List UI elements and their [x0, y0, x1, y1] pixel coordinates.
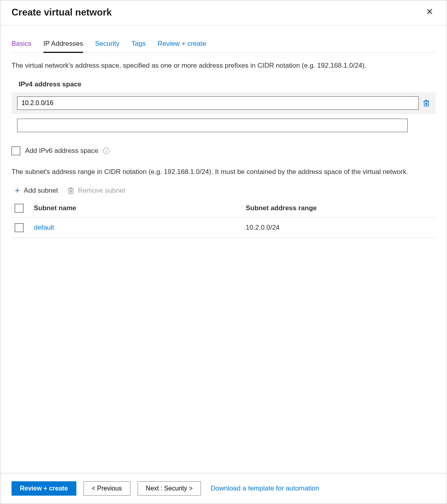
add-subnet-button[interactable]: + Add subnet: [15, 186, 58, 195]
tab-basics[interactable]: Basics: [12, 37, 31, 53]
subnet-toolbar: + Add subnet Remove subnet: [15, 186, 435, 195]
ipv6-checkbox-row: Add IPv6 address space i: [12, 147, 435, 155]
panel-content: Basics IP Addresses Security Tags Review…: [0, 37, 447, 238]
panel-footer: Review + create < Previous Next : Securi…: [0, 473, 447, 504]
previous-button[interactable]: < Previous: [84, 481, 130, 496]
tab-security[interactable]: Security: [95, 37, 119, 53]
table-row: default 10.2.0.0/24: [12, 218, 435, 238]
row-checkbox[interactable]: [15, 223, 23, 232]
address-space-input-0[interactable]: [17, 96, 419, 110]
tab-bar: Basics IP Addresses Security Tags Review…: [12, 37, 435, 53]
next-button[interactable]: Next : Security >: [138, 481, 201, 496]
ipv4-address-space-label: IPv4 address space: [19, 80, 435, 88]
column-subnet-name: Subnet name: [31, 199, 243, 218]
subnet-range-cell: 10.2.0.0/24: [243, 218, 435, 238]
select-all-checkbox[interactable]: [15, 204, 23, 213]
address-space-description: The virtual network's address space, spe…: [12, 61, 435, 71]
remove-subnet-label: Remove subnet: [78, 187, 125, 195]
panel-header: Create virtual network ✕: [0, 0, 447, 25]
review-create-button[interactable]: Review + create: [12, 481, 76, 496]
plus-icon: +: [15, 186, 20, 195]
address-space-input-1[interactable]: [17, 119, 408, 132]
page-title: Create virtual network: [12, 7, 112, 18]
address-space-row: [16, 96, 431, 110]
subnet-table: Subnet name Subnet address range default…: [12, 199, 435, 238]
tab-ip-addresses[interactable]: IP Addresses: [43, 37, 83, 53]
info-icon[interactable]: i: [103, 148, 109, 154]
download-template-link[interactable]: Download a template for automation: [210, 484, 319, 492]
close-icon[interactable]: ✕: [424, 7, 435, 17]
remove-subnet-button: Remove subnet: [68, 187, 125, 195]
address-space-block: [12, 92, 435, 114]
trash-icon: [68, 187, 74, 194]
subnet-name-link[interactable]: default: [34, 224, 54, 231]
tab-review-create[interactable]: Review + create: [157, 37, 206, 53]
ipv6-checkbox-label: Add IPv6 address space: [25, 147, 98, 155]
add-subnet-label: Add subnet: [24, 187, 58, 195]
column-subnet-range: Subnet address range: [243, 199, 435, 218]
trash-icon[interactable]: [423, 100, 430, 107]
subnet-description: The subnet's address range in CIDR notat…: [12, 167, 435, 177]
tab-tags[interactable]: Tags: [131, 37, 146, 53]
ipv6-checkbox[interactable]: [12, 147, 20, 155]
